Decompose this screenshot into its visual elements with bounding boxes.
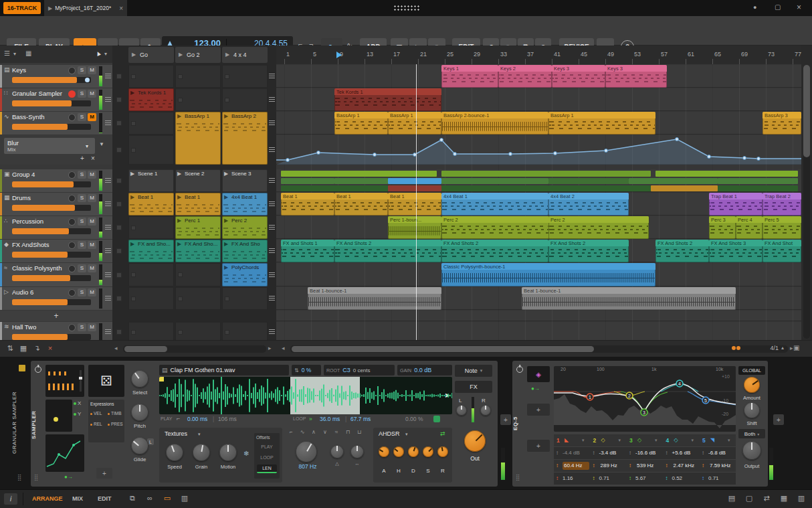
expression-item[interactable]: TIMB	[111, 411, 127, 418]
solo-button[interactable]: S	[78, 264, 86, 272]
grain-knob[interactable]	[193, 444, 210, 461]
scene-play-icon[interactable]: ▶	[132, 52, 137, 58]
play-start-marker[interactable]	[336, 52, 342, 58]
track-options-icon[interactable]	[269, 120, 275, 125]
clip-stop-button[interactable]	[116, 97, 122, 102]
track-options-icon[interactable]	[269, 248, 275, 253]
monitor-button[interactable]	[68, 218, 76, 226]
device-panel-toggle-icon[interactable]: ▭	[162, 494, 173, 504]
pointer-tool-icon[interactable]: ▲	[94, 49, 102, 58]
eq-band-freq[interactable]: ↕289 Hz	[591, 460, 627, 472]
pin-icon[interactable]: ▼	[99, 141, 106, 148]
envelope-route-icon[interactable]: ⇄	[440, 431, 445, 437]
solo-button[interactable]: S	[78, 113, 86, 121]
volume-slider[interactable]	[12, 77, 91, 83]
env-a-knob[interactable]	[379, 446, 389, 457]
device-power-icon[interactable]	[35, 366, 41, 373]
clear-selection-icon[interactable]: ×	[45, 344, 55, 353]
volume-slider[interactable]	[12, 252, 91, 258]
clip-stop-button[interactable]	[116, 329, 122, 335]
arranger-timeline[interactable]: Keys 1Keys 2Keys 3Keys 3Tek Kords 1BassA…	[276, 64, 801, 340]
monitor-button[interactable]	[68, 67, 76, 74]
pitch-knob[interactable]	[131, 404, 148, 421]
mute-button[interactable]: M	[88, 194, 96, 202]
volume-slider[interactable]	[12, 299, 91, 305]
track-menu-icon[interactable]	[105, 201, 111, 206]
mute-button[interactable]: M	[88, 218, 96, 226]
eq-band-freq[interactable]: ↕539 Hz	[627, 460, 663, 472]
arranger-clip[interactable]: BassArp 2-bounce-1	[441, 112, 548, 135]
arranger-clip[interactable]: FX And Shots 3	[709, 240, 763, 262]
track-options-icon[interactable]	[269, 272, 275, 277]
arranger-scroll-left-icon[interactable]: ◂	[282, 345, 288, 353]
env-s-knob[interactable]	[423, 446, 433, 457]
solo-button[interactable]: S	[78, 66, 86, 74]
clip-stop-button[interactable]	[116, 120, 122, 126]
waveshape-icon[interactable]: ∿	[298, 429, 307, 437]
add-device-button[interactable]: +	[500, 414, 511, 425]
mute-button[interactable]: M	[88, 288, 96, 297]
env-r-knob[interactable]	[437, 446, 448, 457]
mod-slider-thumb[interactable]	[79, 377, 82, 379]
launcher-scrollbar[interactable]	[123, 345, 266, 353]
volume-slider[interactable]	[12, 181, 91, 187]
mute-button[interactable]: M	[88, 171, 96, 179]
shape-knob[interactable]	[330, 445, 344, 458]
random-modulator-display[interactable]: ⚄	[88, 365, 124, 397]
mute-button[interactable]: M	[88, 113, 96, 121]
track-menu-icon[interactable]	[105, 97, 111, 102]
zoom-caret-icon[interactable]: ▴	[781, 345, 788, 353]
monitor-button[interactable]	[68, 324, 76, 331]
arranger-clip[interactable]: Perc 2	[548, 216, 649, 239]
app-logo[interactable]: 16-TRACK	[3, 2, 41, 14]
mute-button[interactable]: M	[88, 241, 96, 249]
launcher-scroll-thumb[interactable]	[124, 346, 167, 352]
track-options-icon[interactable]	[269, 329, 275, 334]
eq-band-q[interactable]: ↕5.67	[627, 473, 663, 485]
arranger-clip[interactable]: Keys 3	[605, 65, 667, 88]
track-options-icon[interactable]	[269, 296, 275, 301]
eq-band-freq[interactable]: ↕2.47 kHz	[664, 460, 700, 472]
arranger-clip[interactable]: Trap Beat 1	[709, 193, 763, 216]
eq-band-header[interactable]: 3◇▾	[627, 434, 663, 446]
snap-mode-icon[interactable]: ⇅	[5, 344, 15, 353]
root-chip[interactable]: ROOT C3 0 cents	[324, 365, 395, 375]
mute-button[interactable]: M	[88, 264, 96, 272]
arranger-clip[interactable]: Beat 1	[334, 193, 388, 216]
launcher-scroll-left-icon[interactable]: ◂	[114, 345, 121, 353]
glide-knob[interactable]	[131, 437, 148, 454]
arranger-clip[interactable]: Perc 1-boun...	[388, 216, 441, 239]
pan-dot[interactable]	[85, 78, 90, 82]
freeze-icon[interactable]: ❄	[243, 450, 249, 457]
track-menu-icon[interactable]	[105, 296, 111, 301]
clip-stop-button[interactable]	[116, 296, 122, 301]
restore-icon[interactable]: ▢	[775, 4, 781, 11]
solo-button[interactable]: S	[78, 90, 86, 98]
x-mod-label[interactable]: X	[78, 401, 81, 406]
play-start-value[interactable]: 0.00 ms	[187, 416, 207, 422]
launcher-slot[interactable]	[222, 65, 268, 88]
eq-band-gain[interactable]: ↕+5.6 dB	[664, 447, 700, 459]
browser-panel-icon[interactable]: ▤	[726, 494, 737, 504]
mod-slider[interactable]	[80, 370, 82, 392]
waveshape-icon[interactable]: ⊓	[343, 429, 352, 437]
waveshape-icon[interactable]: ⌐	[286, 429, 296, 437]
scene-play-icon[interactable]: ▶	[225, 52, 231, 58]
arranger-clip[interactable]: BassArp 1	[388, 112, 441, 135]
track-options-icon[interactable]	[269, 147, 275, 152]
launcher-slot[interactable]	[222, 322, 268, 340]
track-header[interactable]: Hall Two≋SM	[0, 322, 112, 340]
arranger-ruler[interactable]: 1591317212529333741454953576165697377	[276, 46, 801, 64]
stretch-chip[interactable]: ⇅ 0 %	[292, 365, 321, 375]
eq-band-freq[interactable]: ↕7.59 kHz	[700, 460, 736, 472]
monitor-button[interactable]	[68, 242, 76, 249]
arranger-clip[interactable]: BassArp 1	[548, 112, 655, 135]
env-d-knob[interactable]	[408, 446, 419, 457]
launcher-slot[interactable]	[175, 263, 221, 286]
eq5-device[interactable]: EQ-5 ⣿ ◈ ●→ + + 201001k10k+10-10-2012345…	[512, 361, 768, 487]
solo-button[interactable]: S	[78, 171, 86, 179]
tab-arrange[interactable]: ARRANGE	[32, 495, 64, 503]
offset-loop-button[interactable]: LOOP	[257, 454, 277, 462]
solo-button[interactable]: S	[78, 241, 86, 249]
envelope-title[interactable]: AHDSR	[379, 430, 400, 437]
